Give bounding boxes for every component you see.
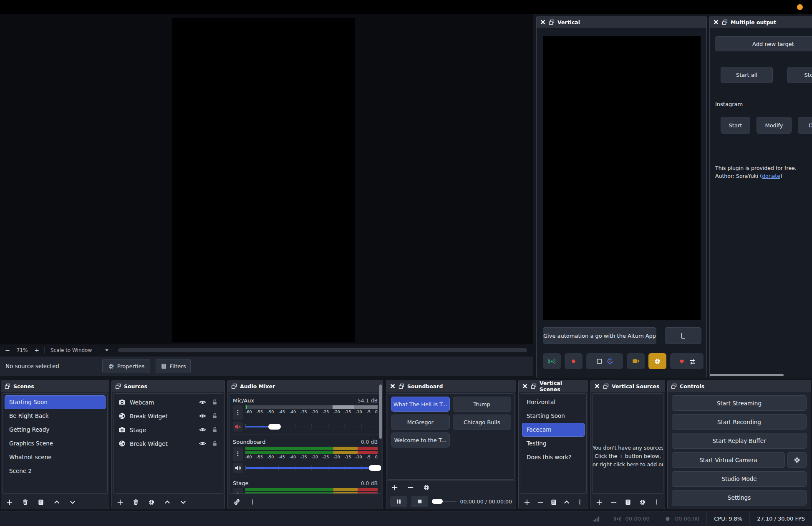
lock-icon[interactable] (212, 440, 218, 447)
vertical-sources-list[interactable]: You don't have any sources. Click the + … (592, 393, 663, 494)
source-row[interactable]: Webcam (115, 395, 221, 409)
vertical-record-button[interactable] (565, 353, 583, 369)
zoom-in-button[interactable]: + (33, 346, 41, 354)
close-icon[interactable] (522, 383, 528, 389)
close-icon[interactable] (390, 383, 396, 389)
scene-item[interactable]: Graphics Scene (5, 437, 106, 450)
soundboard-pad[interactable]: Welcome to the T... (391, 432, 450, 448)
soundboard-pad[interactable]: What The Hell Is T... (391, 397, 450, 412)
lock-icon[interactable] (212, 413, 218, 419)
lock-icon[interactable] (212, 427, 218, 433)
volume-slider[interactable] (245, 423, 378, 430)
soundboard-pad[interactable]: Chicago Bulls (453, 415, 512, 430)
add-source-button plus-icon[interactable] (117, 499, 124, 506)
source-row[interactable]: Break Widget (115, 437, 221, 450)
vertical-scenes-titlebar[interactable]: Vertical Scenes (519, 380, 588, 392)
soundboard-pad[interactable]: McGregor (391, 415, 450, 430)
vertical-sources-options-button kebab-menu-icon[interactable] (653, 499, 660, 505)
move-source-up-button chevron-up-icon[interactable] (164, 499, 171, 506)
controls-titlebar[interactable]: Controls (668, 380, 811, 392)
move-vertical-scene-up-button chevron-up-icon[interactable] (563, 499, 570, 506)
audio-mixer-titlebar[interactable]: Audio Mixer (228, 380, 383, 392)
remove-source-button trash-icon[interactable] (133, 499, 139, 505)
virtual-camera-settings-button[interactable] (787, 452, 807, 468)
mute-button[interactable] (233, 463, 243, 473)
scale-mode-label[interactable]: Scale to Window (48, 347, 94, 353)
vertical-dock-titlebar[interactable]: Vertical (537, 16, 706, 28)
start-virtual-camera-button[interactable]: Start Virtual Camera (672, 452, 785, 468)
vertical-sources-titlebar[interactable]: Vertical Sources (591, 380, 665, 392)
add-new-target-button[interactable]: Add new target (715, 36, 812, 51)
vertical-scene-filters-button filter-icon[interactable] (550, 499, 557, 506)
preview-horizontal-scrollbar[interactable] (118, 348, 527, 352)
scene-item[interactable]: Getting Ready (5, 423, 106, 437)
vertical-virtual-camera-button[interactable] (627, 353, 645, 369)
mixer-options-button kebab-menu-icon[interactable] (250, 499, 256, 505)
preview-area[interactable] (0, 14, 533, 344)
start-recording-button[interactable]: Start Recording (672, 414, 807, 430)
scene-filters-button filter-icon[interactable] (38, 499, 44, 506)
remove-sound-button minus-icon[interactable] (407, 484, 414, 491)
add-scene-button plus-icon[interactable] (6, 499, 13, 506)
scene-item[interactable]: Whatnot scene (5, 450, 106, 464)
sound-volume-handle[interactable] (432, 499, 443, 504)
move-scene-up-button chevron-up-icon[interactable] (53, 499, 60, 506)
scene-item[interactable]: Be Right Back (5, 409, 106, 423)
start-streaming-button[interactable]: Start Streaming (672, 395, 807, 411)
visibility-eye-icon[interactable] (199, 412, 206, 420)
vertical-support-share-button[interactable] (670, 353, 704, 369)
target-delete-button[interactable]: Delete (798, 117, 812, 134)
scene-item[interactable]: Starting Soon (5, 395, 106, 409)
vertical-scene-item[interactable]: Starting Soon (522, 409, 585, 423)
close-icon[interactable] (540, 19, 546, 25)
vertical-scene-item[interactable]: Testing (522, 437, 585, 450)
stop-all-button[interactable]: Stop all (787, 67, 812, 83)
add-vertical-scene-button plus-icon[interactable] (524, 499, 530, 506)
stop-button[interactable] (411, 496, 428, 507)
lock-icon[interactable] (212, 399, 218, 405)
donate-link[interactable]: donate (762, 173, 780, 179)
close-icon[interactable] (713, 19, 719, 25)
start-all-button[interactable]: Start all (721, 67, 773, 83)
soundboard-pad[interactable]: Trump (453, 397, 512, 412)
studio-mode-button[interactable]: Studio Mode (672, 471, 807, 487)
visibility-eye-icon[interactable] (199, 426, 206, 433)
source-row[interactable]: Break Widget (115, 409, 221, 423)
remove-vertical-source-button minus-icon[interactable] (610, 499, 617, 506)
advanced-audio-button gears-icon[interactable] (233, 498, 240, 506)
target-modify-button[interactable]: Modify (757, 117, 792, 134)
settings-button[interactable]: Settings (672, 490, 807, 506)
vertical-source-filters-button filter-icon[interactable] (625, 499, 631, 506)
mute-button[interactable] (233, 422, 243, 432)
channel-options-button[interactable] (233, 405, 243, 420)
scenes-dock-titlebar[interactable]: Scenes (1, 380, 109, 392)
remove-vertical-scene-button minus-icon[interactable] (537, 499, 544, 506)
move-source-down-button chevron-down-icon[interactable] (180, 499, 187, 506)
vertical-scenes-options-button kebab-menu-icon[interactable] (577, 499, 583, 505)
volume-slider-handle[interactable] (268, 424, 281, 430)
aitum-app-icon-button[interactable] (665, 327, 701, 344)
channel-options-button[interactable] (233, 488, 243, 494)
visibility-eye-icon[interactable] (199, 399, 206, 406)
source-properties-button gear-icon[interactable] (148, 499, 155, 506)
scene-item[interactable]: Scene 2 (5, 464, 106, 478)
multiple-output-titlebar[interactable]: Multiple output (710, 16, 812, 28)
properties-button[interactable]: Properties (102, 359, 150, 373)
multiple-output-horizontal-scrollbar[interactable] (710, 374, 784, 376)
vertical-settings-button[interactable] (648, 353, 666, 369)
start-replay-buffer-button[interactable]: Start Replay Buffer (672, 433, 807, 448)
vertical-scene-item[interactable]: Facecam (522, 423, 585, 437)
sources-dock-titlebar[interactable]: Sources (112, 380, 224, 392)
program-canvas[interactable] (172, 18, 355, 342)
close-icon[interactable] (594, 383, 600, 389)
visibility-eye-icon[interactable] (199, 440, 206, 447)
channel-options-button[interactable] (233, 447, 243, 461)
target-start-button[interactable]: Start (721, 117, 750, 134)
add-sound-button plus-icon[interactable] (391, 484, 398, 491)
volume-slider[interactable] (245, 465, 378, 471)
vertical-backtrack-button[interactable] (586, 353, 623, 369)
volume-slider-handle[interactable] (369, 465, 381, 471)
pause-button[interactable] (390, 496, 407, 507)
zoom-out-button[interactable]: − (3, 346, 12, 354)
vertical-stream-button[interactable] (543, 353, 561, 369)
